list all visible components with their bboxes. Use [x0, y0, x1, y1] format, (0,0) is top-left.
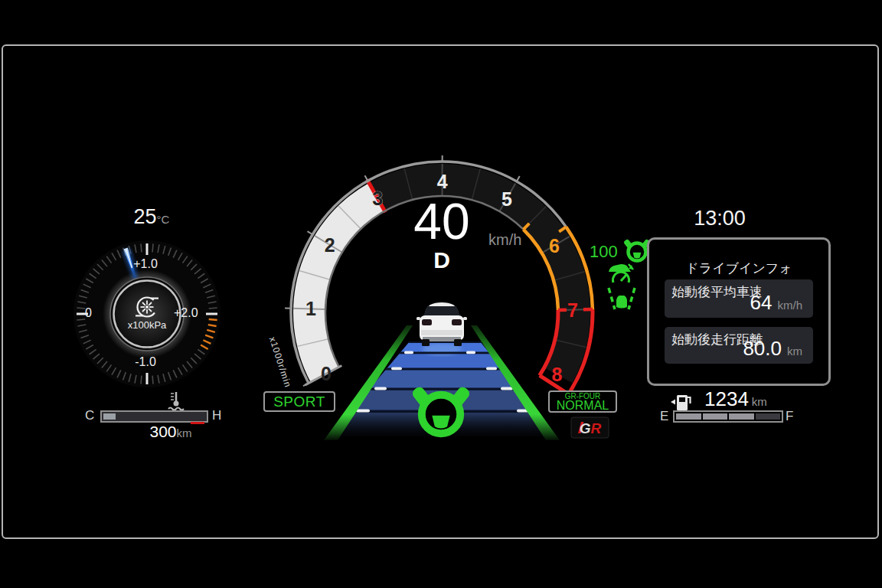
odometer: 300km: [127, 423, 214, 441]
coolant-level-fill: [103, 413, 116, 420]
row-unit: km: [787, 345, 802, 358]
row-value: 64: [750, 291, 773, 315]
row-label: 始動後平均車速: [671, 283, 763, 301]
drive-info-row-distance: 始動後走行距離 80.0 km: [665, 327, 813, 364]
outside-temperature: 25°C: [112, 205, 191, 229]
speed-unit: km/h: [488, 231, 521, 249]
fuel-segment: [729, 413, 754, 420]
instrument-cluster: 012345678: [0, 0, 882, 588]
odometer-unit: km: [177, 426, 192, 439]
drive-info-row-average-speed: 始動後平均車速 64 km/h: [665, 279, 813, 318]
range-value: 1234: [704, 387, 749, 411]
drive-info-panel: ドライブインフォ 始動後平均車速 64 km/h 始動後走行距離 80.0 km: [647, 237, 831, 386]
range-unit: km: [752, 395, 767, 408]
fuel-segment: [676, 413, 701, 420]
odometer-value: 300: [149, 423, 176, 440]
fuel-level-bar: [673, 410, 783, 423]
boost-label-right: +2.0: [174, 306, 198, 320]
boost-label-bottom: -1.0: [121, 355, 170, 369]
coolant-temp-bar: [100, 410, 208, 423]
fuel-min-label: E: [660, 409, 668, 424]
boost-label-top: +1.0: [121, 257, 170, 271]
row-value: 80.0: [743, 337, 782, 361]
fuel-range: 1234km: [704, 387, 767, 411]
awd-mode-badge: GR-FOUR NORMAL: [548, 390, 617, 413]
fuel-segment: [756, 413, 781, 420]
outside-temp-unit: °C: [157, 213, 170, 226]
outside-temp-value: 25: [134, 205, 157, 228]
boost-unit-label: x100kPa: [116, 319, 178, 331]
gear-indicator: D: [410, 247, 473, 273]
coolant-min-label: C: [85, 408, 94, 423]
fuel-max-label: F: [786, 409, 793, 424]
speed-value: 40: [377, 196, 507, 247]
fuel-segment: [703, 413, 728, 420]
set-speed-value: 100: [590, 242, 618, 262]
drive-mode-badge: SPORT: [263, 391, 335, 412]
coolant-max-label: H: [212, 408, 221, 423]
awd-mode-label: NORMAL: [550, 400, 616, 411]
clock: 13:00: [680, 207, 760, 230]
drive-info-title: ドライブインフォ: [649, 260, 828, 277]
boost-label-left: -0: [67, 306, 92, 320]
row-unit: km/h: [777, 299, 802, 312]
